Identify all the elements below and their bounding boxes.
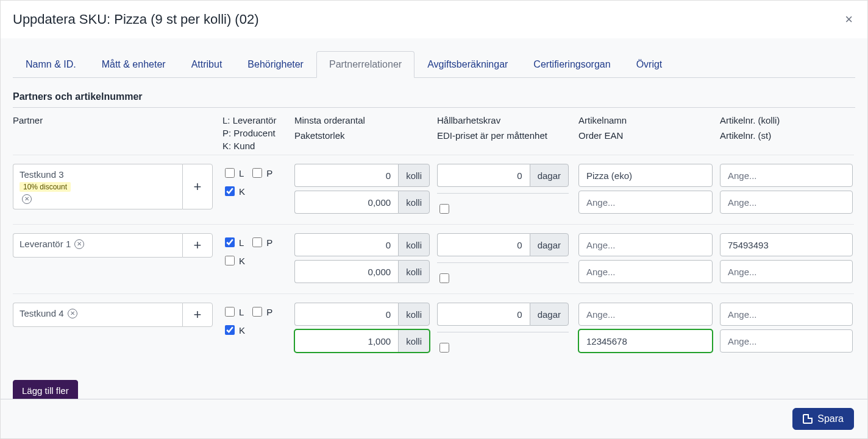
col-header-packsize: Paketstorlek	[294, 129, 437, 142]
col-header-roles: L: Leverantör P: Producent K: Kund	[222, 111, 294, 155]
action-bar: Lägg till fler	[13, 380, 855, 401]
partner-selector[interactable]: Testkund 4✕	[13, 303, 182, 327]
artno-cell	[720, 293, 854, 363]
save-button-label: Spara	[817, 413, 844, 424]
role-p-label[interactable]: P	[250, 236, 272, 249]
partner-grid: Partner L: Leverantör P: Producent K: Ku…	[13, 111, 855, 363]
add-partner-button[interactable]: +	[182, 164, 213, 209]
unit-label: kolli	[398, 191, 430, 214]
article-name-input[interactable]	[578, 303, 713, 326]
partner-name: Testkund 3	[20, 169, 64, 180]
order-ean-input[interactable]	[578, 191, 713, 214]
roles-cell: LPK	[222, 293, 294, 363]
article-name-input[interactable]	[578, 164, 713, 187]
order-ean-input[interactable]	[578, 260, 713, 283]
shelf-edi-cell: dagar	[437, 224, 578, 293]
save-icon	[803, 414, 813, 424]
unit-label: kolli	[398, 329, 430, 353]
role-k-label[interactable]: K	[222, 254, 245, 267]
artno-st-input[interactable]	[720, 260, 853, 283]
min-order-input[interactable]	[294, 303, 398, 326]
unit-label: dagar	[530, 164, 569, 187]
article-name-input[interactable]	[578, 233, 713, 256]
edi-per-unit-checkbox[interactable]	[439, 273, 449, 283]
pack-size-input[interactable]	[294, 191, 398, 214]
unit-label: dagar	[530, 233, 569, 256]
shelf-life-input[interactable]	[437, 303, 530, 326]
role-p-checkbox[interactable]	[252, 237, 262, 247]
tab-matt-enheter[interactable]: Mått & enheter	[89, 51, 179, 78]
role-k-label[interactable]: K	[222, 323, 245, 337]
col-header-artno: Artikelnr. (kolli) Artikelnr. (st)	[720, 111, 854, 155]
artno-kolli-input[interactable]	[720, 303, 853, 326]
col-header-minorder: Minsta orderantal	[294, 115, 365, 125]
order-pack-cell: kollikolli	[294, 293, 437, 363]
col-header-partner: Partner	[13, 111, 222, 155]
name-ean-cell	[578, 293, 720, 363]
role-p-checkbox[interactable]	[252, 307, 262, 317]
edi-per-unit-checkbox[interactable]	[439, 343, 449, 353]
save-button[interactable]: Spara	[792, 408, 854, 430]
section-title: Partners och artikelnummer	[13, 91, 855, 102]
col-header-orderean: Order EAN	[578, 129, 720, 142]
col-header-articlename: Artikelnamn	[578, 115, 627, 125]
partner-selector[interactable]: Testkund 310% discount✕	[13, 164, 182, 209]
role-l-label[interactable]: L	[222, 305, 244, 318]
add-more-button[interactable]: Lägg till fler	[13, 380, 78, 401]
artno-kolli-input[interactable]	[720, 164, 853, 187]
role-l-label[interactable]: L	[222, 166, 244, 180]
role-k-label[interactable]: K	[222, 184, 245, 198]
col-header-name-ean: Artikelnamn Order EAN	[578, 111, 720, 155]
artno-st-input[interactable]	[720, 191, 853, 214]
role-l-checkbox[interactable]	[225, 237, 235, 247]
partner-name: Testkund 4	[20, 308, 64, 318]
order-pack-cell: kollikolli	[294, 224, 437, 293]
close-icon[interactable]: ×	[845, 13, 853, 26]
remove-partner-icon[interactable]: ✕	[74, 239, 84, 249]
role-k-checkbox[interactable]	[225, 325, 235, 335]
edi-per-unit-checkbox[interactable]	[439, 204, 449, 214]
shelf-life-input[interactable]	[437, 233, 530, 256]
remove-partner-icon[interactable]: ✕	[68, 309, 77, 318]
role-l-checkbox[interactable]	[225, 168, 235, 178]
artno-st-input[interactable]	[720, 329, 853, 353]
role-p-checkbox[interactable]	[252, 168, 262, 178]
modal-body: Namn & ID. Mått & enheter Attribut Behör…	[1, 51, 867, 413]
tabs: Namn & ID. Mått & enheter Attribut Behör…	[13, 51, 855, 78]
tab-namn-id[interactable]: Namn & ID.	[13, 51, 89, 78]
tab-attribut[interactable]: Attribut	[179, 51, 235, 78]
col-header-edi: EDI-priset är per måttenhet	[437, 129, 578, 142]
partner-name: Leverantör 1	[20, 239, 71, 249]
tab-behorigheter[interactable]: Behörigheter	[235, 51, 316, 78]
role-k-checkbox[interactable]	[225, 186, 235, 196]
col-header-shelf-edi: Hållbarhetskrav EDI-priset är per måtten…	[437, 111, 578, 155]
artno-kolli-input[interactable]	[720, 233, 853, 256]
tab-avgiftsberakningar[interactable]: Avgiftsberäkningar	[414, 51, 521, 78]
role-k-checkbox[interactable]	[225, 256, 235, 265]
tab-certifieringsorgan[interactable]: Certifieringsorgan	[521, 51, 623, 78]
add-partner-button[interactable]: +	[182, 303, 213, 327]
role-p-label[interactable]: P	[250, 166, 272, 180]
role-l-label[interactable]: L	[222, 236, 244, 249]
order-ean-input[interactable]	[578, 329, 713, 353]
shelf-edi-cell: dagar	[437, 155, 578, 224]
tab-partnerrelationer[interactable]: Partnerrelationer	[316, 51, 414, 78]
col-header-artno-st: Artikelnr. (st)	[720, 129, 854, 142]
unit-label: kolli	[398, 260, 430, 283]
min-order-input[interactable]	[294, 164, 398, 187]
add-partner-button[interactable]: +	[182, 233, 213, 258]
partner-selector[interactable]: Leverantör 1✕	[13, 233, 182, 258]
role-p-label[interactable]: P	[250, 305, 272, 318]
shelf-edi-cell: dagar	[437, 293, 578, 363]
unit-label: dagar	[530, 303, 569, 326]
artno-cell	[720, 224, 854, 293]
shelf-life-input[interactable]	[437, 164, 530, 187]
pack-size-input[interactable]	[294, 329, 398, 353]
artno-cell	[720, 155, 854, 224]
modal: Uppdatera SKU: Pizza (9 st per kolli) (0…	[0, 0, 868, 439]
role-l-checkbox[interactable]	[225, 307, 235, 317]
remove-partner-icon[interactable]: ✕	[22, 194, 32, 204]
min-order-input[interactable]	[294, 233, 398, 256]
pack-size-input[interactable]	[294, 260, 398, 283]
tab-ovrigt[interactable]: Övrigt	[624, 51, 675, 78]
